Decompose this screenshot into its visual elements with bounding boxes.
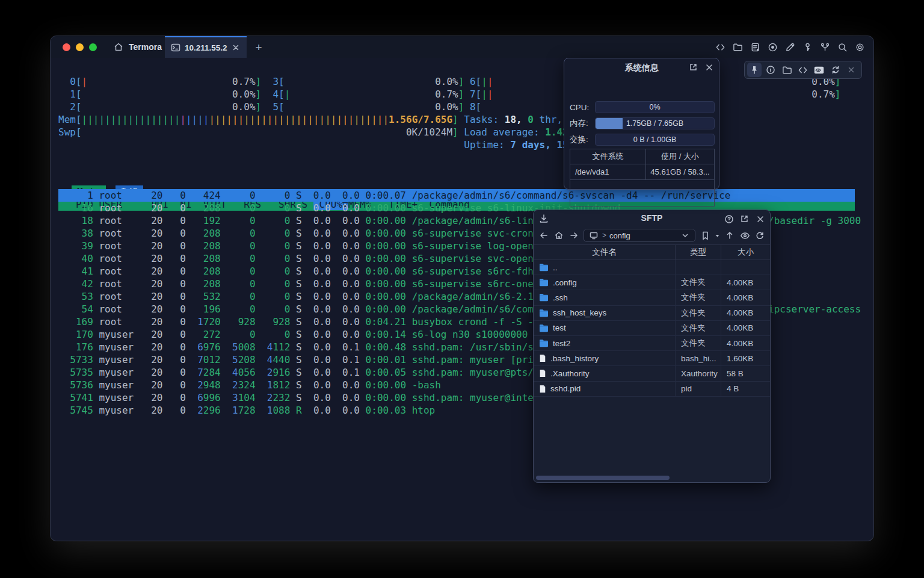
chevron-down-icon[interactable] — [680, 230, 691, 241]
close-tab-icon[interactable] — [232, 42, 241, 53]
upload-icon[interactable] — [724, 230, 735, 241]
sync-icon[interactable] — [828, 63, 843, 77]
path-breadcrumb[interactable]: > config — [584, 229, 695, 242]
file-row[interactable]: sshd.pidpid4 B — [534, 382, 770, 397]
process-row[interactable]: 5745 myuser 20 0 2296 1728 1088 R 0.0 0.… — [58, 404, 435, 417]
column-size[interactable]: 大小 — [721, 245, 770, 259]
bookmark-icon[interactable] — [700, 230, 710, 241]
process-row[interactable]: 42 root 20 0 208 0 0 S 0.0 0.0 0:00.00 s… — [58, 278, 580, 290]
file-name-cell: ssh_host_keys — [534, 306, 676, 320]
file-row[interactable]: .bash_historybash_hi...1.60KB — [534, 351, 770, 366]
command-tail: ipcserver-access — [768, 303, 861, 315]
keymap-icon[interactable] — [819, 42, 830, 52]
process-row[interactable]: 170 myuser 20 0 272 0 0 S 0.0 0.0 0:00.1… — [58, 328, 580, 341]
meter-label: 内存: — [570, 118, 595, 129]
file-type — [676, 260, 721, 275]
pin-icon[interactable] — [747, 63, 762, 77]
terminal-icon — [171, 42, 180, 53]
file-row[interactable]: .. — [534, 260, 770, 275]
meter-value: 0% — [596, 102, 714, 113]
nvidia-icon[interactable] — [812, 63, 827, 77]
file-name-cell: .Xauthority — [534, 366, 676, 381]
popout-icon[interactable] — [688, 62, 698, 72]
filesystem-row[interactable]: /dev/vda1 45.61GB / 58.3... — [570, 164, 714, 180]
fs-col-name: 文件系统 — [570, 149, 646, 164]
close-sftp-icon[interactable] — [755, 214, 765, 224]
process-row[interactable]: 41 root 20 0 208 0 0 S 0.0 0.0 0:00.00 s… — [58, 265, 562, 278]
back-icon[interactable] — [538, 230, 549, 241]
file-row[interactable]: test2文件夹4.00KB — [534, 336, 770, 351]
process-row[interactable]: 169 root 20 0 1720 928 928 S 0.0 0.0 0:0… — [58, 315, 551, 328]
htop-meter-line: Mem[||||||||||||||||||||||||||||||||||||… — [58, 113, 580, 126]
app-window: Termora 10.211.55.2 + 0[| 0.7%] 3[ — [51, 36, 873, 541]
process-row[interactable]: 40 root 20 0 208 0 0 S 0.0 0.0 0:00.00 s… — [58, 252, 591, 265]
code-icon[interactable] — [796, 63, 810, 77]
file-type: 文件夹 — [676, 290, 721, 305]
sysinfo-meter-row: CPU:0% — [570, 101, 715, 113]
close-sysinfo-icon[interactable] — [704, 62, 714, 72]
tab-bar: Termora 10.211.55.2 + — [51, 36, 873, 58]
path-segment[interactable]: config — [609, 231, 630, 240]
key-icon[interactable] — [802, 42, 813, 52]
bookmark-dropdown-icon[interactable] — [715, 230, 720, 241]
file-name: .Xauthority — [550, 369, 590, 378]
horizontal-scrollbar[interactable] — [536, 476, 670, 480]
close-icon[interactable] — [844, 63, 858, 77]
desktop: Termora 10.211.55.2 + 0[| 0.7%] 3[ — [0, 0, 924, 578]
settings-icon[interactable] — [854, 42, 865, 52]
code-icon[interactable] — [715, 42, 725, 52]
folder-icon[interactable] — [780, 63, 794, 77]
folder-icon[interactable] — [732, 42, 743, 52]
zoom-traffic-light[interactable] — [89, 43, 97, 51]
home-folder-icon[interactable] — [553, 230, 564, 241]
forward-icon[interactable] — [568, 230, 579, 241]
file-size — [721, 260, 770, 275]
file-row[interactable]: test文件夹4.00KB — [534, 321, 770, 336]
file-name-cell: .ssh — [534, 290, 676, 305]
file-name: test — [553, 323, 566, 332]
process-row[interactable]: 5736 myuser 20 0 2948 2324 1812 S 0.0 0.… — [58, 379, 441, 391]
log-icon[interactable] — [750, 42, 760, 52]
file-name-cell: test2 — [534, 336, 676, 350]
process-row[interactable]: 54 root 20 0 196 0 0 S 0.0 0.0 0:00.00 /… — [58, 303, 580, 315]
file-name: .. — [553, 263, 558, 272]
close-traffic-light[interactable] — [63, 43, 70, 51]
file-row[interactable]: ssh_host_keys文件夹4.00KB — [534, 306, 770, 321]
new-tab-button[interactable]: + — [251, 40, 266, 55]
file-type: 文件夹 — [676, 321, 721, 335]
htop-meter-line: 0[| 0.7%] 3[ 0.0%] 6[|| 0.0%] — [58, 75, 841, 88]
sftp-window: SFTP — [533, 210, 771, 483]
file-type: Xauthority — [676, 366, 721, 381]
home-tab[interactable]: Termora — [103, 36, 171, 58]
file-name: ssh_host_keys — [553, 308, 606, 317]
process-row[interactable]: 1 root 20 0 424 0 0 S 0.0 0.0 0:00.07 /p… — [58, 189, 855, 202]
file-row[interactable]: .XauthorityXauthority58 B — [534, 366, 770, 381]
file-name-cell: .config — [534, 275, 676, 290]
edit-icon[interactable] — [784, 42, 795, 52]
folder-icon — [539, 339, 549, 347]
help-icon[interactable] — [724, 214, 734, 224]
show-hidden-eye-icon[interactable] — [739, 230, 750, 241]
column-filename[interactable]: 文件名 — [534, 245, 676, 259]
record-icon[interactable] — [767, 42, 778, 52]
minimize-traffic-light[interactable] — [76, 43, 84, 51]
process-row[interactable]: 38 root 20 0 208 0 0 S 0.0 0.0 0:00.00 s… — [58, 227, 534, 240]
process-row[interactable]: 18 root 20 0 192 0 0 S 0.0 0.0 0:00.00 /… — [58, 214, 580, 227]
sftp-file-list: ...config文件夹4.00KB.ssh文件夹4.00KBssh_host_… — [534, 260, 770, 397]
process-row[interactable]: 176 myuser 20 0 6976 5008 4112 S 0.0 0.1… — [58, 341, 574, 353]
info-icon[interactable] — [763, 63, 778, 77]
meter-label: CPU: — [570, 103, 595, 112]
terminal-tab[interactable]: 10.211.55.2 — [165, 36, 247, 58]
file-row[interactable]: .config文件夹4.00KB — [534, 275, 770, 290]
column-type[interactable]: 类型 — [676, 245, 721, 259]
popout-icon[interactable] — [739, 214, 750, 224]
process-row[interactable]: 5741 myuser 20 0 6996 3104 2232 S 0.0 0.… — [58, 391, 580, 404]
server-icon — [588, 230, 599, 241]
process-row[interactable]: 5735 myuser 20 0 7284 4056 2916 S 0.0 0.… — [58, 366, 540, 379]
process-row[interactable]: 5733 myuser 20 0 7012 5208 4440 S 0.0 0.… — [58, 353, 545, 366]
meter-bar: 0% — [595, 101, 715, 113]
file-row[interactable]: .ssh文件夹4.00KB — [534, 290, 770, 305]
search-icon[interactable] — [837, 42, 848, 52]
process-row[interactable]: 39 root 20 0 208 0 0 S 0.0 0.0 0:00.00 s… — [58, 240, 591, 252]
refresh-icon[interactable] — [754, 230, 765, 241]
